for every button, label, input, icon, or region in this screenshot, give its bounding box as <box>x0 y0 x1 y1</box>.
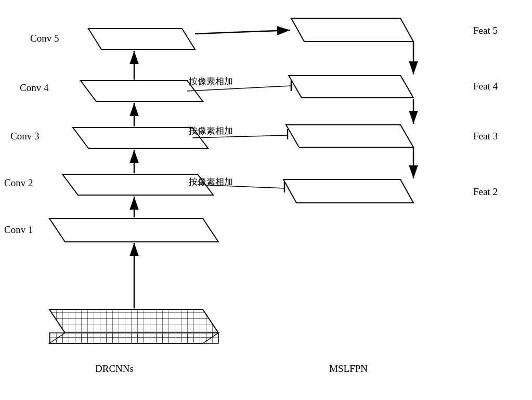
feat2-label: Feat 2 <box>473 186 498 197</box>
architecture-svg: 按像素相加 按像素相加 按像素相加 Conv 5 Conv 4 Conv 3 C… <box>0 0 532 400</box>
feat4-label: Feat 4 <box>473 81 498 92</box>
svg-line-21 <box>195 30 290 34</box>
svg-marker-6 <box>49 333 218 343</box>
svg-marker-13 <box>289 75 413 98</box>
conv2-label: Conv 2 <box>4 177 33 188</box>
svg-marker-14 <box>286 125 413 147</box>
conv4-label: Conv 4 <box>20 82 49 93</box>
svg-marker-7 <box>49 218 218 242</box>
diagram-container: 按像素相加 按像素相加 按像素相加 Conv 5 Conv 4 Conv 3 C… <box>0 0 532 400</box>
feat3-label: Feat 3 <box>473 131 498 141</box>
svg-marker-10 <box>81 81 203 101</box>
drcnns-label: DRCNNs <box>95 363 134 374</box>
svg-marker-15 <box>283 179 413 203</box>
pixel-add-label-1: 按像素相加 <box>189 76 233 86</box>
svg-marker-12 <box>291 18 413 42</box>
mslfpn-label: MSLFPN <box>329 363 368 374</box>
pixel-add-label-2: 按像素相加 <box>189 126 233 136</box>
svg-line-25 <box>187 86 291 91</box>
svg-marker-11 <box>88 29 195 49</box>
pixel-add-label-3: 按像素相加 <box>189 177 233 187</box>
svg-marker-4 <box>49 309 218 333</box>
svg-marker-9 <box>73 127 208 148</box>
conv3-label: Conv 3 <box>10 131 39 141</box>
conv5-label: Conv 5 <box>30 33 59 44</box>
feat5-label: Feat 5 <box>473 25 498 36</box>
conv1-label: Conv 1 <box>4 224 33 235</box>
